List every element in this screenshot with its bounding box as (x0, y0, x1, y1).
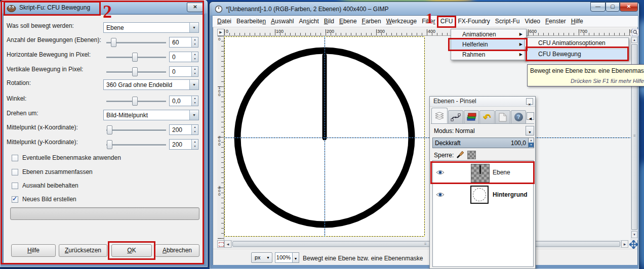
movement-count-input[interactable]: 60 ▲▼ (169, 37, 198, 48)
panel-collapse-button[interactable]: ◀ (527, 112, 534, 120)
submenu-arrow-icon: ▶ (519, 29, 522, 39)
scroll-up-button[interactable]: ▲ (631, 37, 637, 43)
zoom-input[interactable]: 100% (275, 252, 293, 263)
slider-thumb[interactable] (111, 38, 116, 47)
dialog-close-button[interactable]: ✕ (187, 3, 204, 12)
menu-item-cfu-animationsoptionen[interactable]: CFU Animationsoptionen (525, 38, 628, 49)
what-to-move-select[interactable]: Ebene ▼ (103, 22, 199, 33)
field-label: Horizontale Bewegung in Pixel: (7, 51, 91, 58)
submenu-arrow-icon: ▶ (519, 50, 522, 60)
menu-farben[interactable]: Farben (359, 16, 384, 27)
checkbox-keep-selection[interactable]: ✓ (12, 183, 18, 189)
quickmask-toggle[interactable] (217, 240, 224, 248)
rotation-select[interactable]: 360 Grad ohne Endebild ▼ (103, 79, 199, 90)
rotate-around-select[interactable]: Bild-Mittelpunkt ▼ (103, 110, 199, 120)
help-button[interactable]: Hilfe (11, 244, 56, 257)
slider-track[interactable] (106, 144, 166, 146)
reset-button[interactable]: Zurücksetzen (59, 244, 107, 257)
horizontal-movement-input[interactable]: 0 ▲▼ (169, 52, 198, 62)
menu-item-rahmen[interactable]: Rahmen ▶ (451, 50, 526, 60)
cancel-button[interactable]: Abbrechen (155, 244, 199, 257)
menu-bild[interactable]: Bild (321, 16, 337, 27)
center-y-input[interactable]: 200 ▲▼ (169, 139, 198, 150)
menu-item-helferlein[interactable]: Helferlein ▶ (451, 39, 526, 50)
layer-name[interactable]: Hintergrund (493, 191, 528, 198)
chevron-down-icon: ▼ (266, 256, 270, 259)
menu-datei[interactable]: Datei (215, 16, 234, 27)
close-button[interactable]: ✕ (620, 2, 638, 12)
menu-auswahl[interactable]: Auswahl (268, 16, 296, 27)
spinner-buttons[interactable]: ▲▼ (191, 140, 198, 149)
tab-undo-history[interactable]: ↶ (479, 110, 495, 124)
menu-script-fu[interactable]: Script-Fu (493, 16, 522, 27)
menu-werkzeuge[interactable]: Werkzeuge (384, 16, 419, 27)
layer-row-ebene[interactable]: Ebene (433, 162, 533, 184)
visibility-eye-icon[interactable] (436, 192, 445, 198)
center-x-input[interactable]: 200 ▲▼ (169, 124, 198, 135)
checkbox-create-new-image[interactable]: ✓ (12, 196, 18, 203)
visibility-eye-icon[interactable] (436, 169, 445, 175)
menu-bearbeiten[interactable]: Bearbeiten (234, 16, 268, 27)
slider-thumb[interactable] (107, 140, 112, 149)
image-menu-button[interactable]: ▶ (217, 29, 224, 36)
menu-item-cfu-bewegung[interactable]: CFU Bewegung (525, 49, 628, 60)
ok-button[interactable]: OK (111, 244, 152, 257)
vertical-movement-input[interactable]: 0 ▲▼ (169, 66, 198, 77)
layers-panel-titlebar[interactable]: Ebenen - Pinsel (430, 97, 535, 107)
spinner-buttons[interactable]: ▲▼ (191, 67, 198, 76)
menu-cfu[interactable]: CFU 1 (438, 16, 456, 27)
opacity-slider[interactable]: Deckkraft 100,0 (432, 138, 529, 148)
spin-up-icon: ▲ (192, 67, 198, 71)
tab-document-history[interactable] (495, 110, 510, 124)
checkbox-apply-layermask[interactable]: ✓ (12, 155, 18, 161)
scroll-left-button[interactable]: ◀ (224, 240, 231, 248)
menu-fx-foundry[interactable]: FX-Foundry (455, 16, 492, 27)
menu-video[interactable]: Video (522, 16, 543, 27)
cfu-submenu: CFU Animationsoptionen CFU Bewegung (525, 37, 629, 60)
menu-ebene[interactable]: Ebene (337, 16, 359, 27)
menu-hilfe[interactable]: Hilfe (569, 16, 586, 27)
minimize-button[interactable]: — (590, 2, 606, 12)
spin-down-icon: ▼ (192, 42, 198, 47)
mode-value[interactable]: Normal (455, 127, 475, 134)
checkbox-merge-layers[interactable]: ✓ (12, 169, 18, 175)
zoom-follows-window-button[interactable] (632, 29, 639, 36)
tab-channels[interactable] (464, 110, 479, 124)
opacity-spinner[interactable]: ▲ ▼ (529, 138, 534, 148)
panel-close-button[interactable]: ✕ (526, 98, 533, 105)
tab-tools[interactable]: ? (511, 110, 526, 124)
horizontal-scrollbar-thumb[interactable]: ≡ (232, 241, 620, 247)
slider-thumb[interactable] (132, 97, 138, 106)
spinner-buttons[interactable]: ▲▼ (191, 125, 198, 134)
slider-thumb[interactable] (132, 67, 138, 76)
spinner-buttons[interactable]: ▲▼ (191, 96, 198, 106)
tab-layers[interactable] (431, 108, 448, 124)
navigation-pan-icon[interactable] (629, 240, 638, 249)
maximize-button[interactable]: ▢ (606, 2, 620, 12)
menu-item-animationen[interactable]: Animationen ▶ (451, 29, 526, 39)
spinner-buttons[interactable]: ▲▼ (191, 52, 198, 62)
unit-select[interactable]: px ▼ (251, 252, 272, 263)
mode-select-button[interactable]: ▼ (526, 126, 534, 136)
layer-name[interactable]: Ebene (493, 169, 510, 176)
channels-icon (466, 113, 476, 122)
menu-fenster[interactable]: Fenster (543, 16, 569, 27)
field-label: Vertikale Bewegung in Pixel: (7, 66, 83, 73)
help-ball-icon: ? (514, 113, 523, 121)
lock-paint-brush-icon[interactable] (455, 150, 464, 159)
layer-row-hintergrund[interactable]: Hintergrund (433, 185, 533, 206)
tab-paths[interactable] (448, 110, 463, 124)
slider-track[interactable] (106, 129, 166, 131)
angle-input[interactable]: 0,0 ▲▼ (169, 96, 198, 106)
spin-up-icon: ▲ (192, 52, 198, 57)
zoom-select-button[interactable]: ▼ (293, 252, 299, 263)
slider-thumb[interactable] (132, 53, 138, 62)
canvas-image[interactable] (224, 36, 425, 237)
scroll-down-button[interactable]: ▼ (631, 231, 637, 238)
lock-alpha-icon[interactable] (467, 151, 476, 159)
spinner-buttons[interactable]: ▲▼ (191, 37, 198, 47)
opacity-value: 100,0 (511, 140, 526, 147)
scroll-right-button[interactable]: ▶ (621, 240, 628, 248)
menu-ansicht[interactable]: Ansicht (296, 16, 321, 27)
slider-thumb[interactable] (107, 125, 112, 134)
